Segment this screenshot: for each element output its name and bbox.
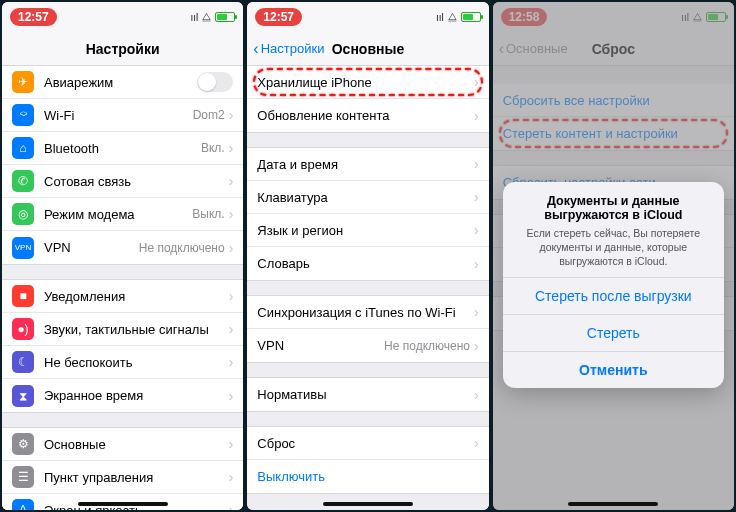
battery-icon bbox=[461, 12, 481, 22]
row-label: Bluetooth bbox=[44, 141, 201, 156]
list-row[interactable]: Сброс› bbox=[247, 427, 488, 460]
home-indicator[interactable] bbox=[568, 502, 658, 506]
toggle-switch[interactable] bbox=[197, 72, 233, 92]
row-value: Не подключено bbox=[139, 241, 225, 255]
list-row[interactable]: ⌂BluetoothВкл.› bbox=[2, 132, 243, 165]
group-connectivity: ✈︎Авиарежим⌔Wi-FiDom2›⌂BluetoothВкл.›✆Со… bbox=[2, 66, 243, 265]
row-icon: VPN bbox=[12, 237, 34, 259]
list-row[interactable]: ✆Сотовая связь› bbox=[2, 165, 243, 198]
back-button[interactable]: ‹ Настройки bbox=[253, 41, 324, 57]
row-label: Язык и регион bbox=[257, 223, 474, 238]
list-row[interactable]: VPNVPNНе подключено› bbox=[2, 231, 243, 264]
phone-general: 12:57 ııl ⧋ ‹ Настройки Основные Хранили… bbox=[247, 2, 488, 510]
list-row[interactable]: ⧗Экранное время› bbox=[2, 379, 243, 412]
list-row[interactable]: Язык и регион› bbox=[247, 214, 488, 247]
status-icons: ııl ⧋ bbox=[191, 11, 236, 23]
row-label: Хранилище iPhone bbox=[257, 75, 474, 90]
list-row[interactable]: ⚙Основные› bbox=[2, 428, 243, 461]
row-icon: ■ bbox=[12, 285, 34, 307]
sheet-title: Документы и данные выгружаются в iCloud bbox=[517, 194, 710, 222]
wifi-icon: ⧋ bbox=[448, 11, 457, 23]
list-row[interactable]: Хранилище iPhone› bbox=[247, 66, 488, 99]
row-label: Режим модема bbox=[44, 207, 192, 222]
chevron-right-icon: › bbox=[229, 140, 234, 156]
settings-list[interactable]: ✈︎Авиарежим⌔Wi-FiDom2›⌂BluetoothВкл.›✆Со… bbox=[2, 66, 243, 510]
chevron-right-icon: › bbox=[229, 107, 234, 123]
chevron-right-icon: › bbox=[229, 502, 234, 510]
row-icon: ◎ bbox=[12, 203, 34, 225]
row-value: Вкл. bbox=[201, 141, 225, 155]
cancel-button[interactable]: Отменить bbox=[503, 351, 724, 388]
phone-reset: 12:58 ııl ⧋ ‹ Основные Сброс Сбросить вс… bbox=[493, 2, 734, 510]
home-indicator[interactable] bbox=[78, 502, 168, 506]
group-general: ⚙Основные›☰Пункт управления›AЭкран и ярк… bbox=[2, 427, 243, 510]
navbar: Настройки bbox=[2, 32, 243, 66]
back-label: Настройки bbox=[261, 41, 325, 56]
list-row[interactable]: Нормативы› bbox=[247, 378, 488, 411]
row-icon: ☰ bbox=[12, 466, 34, 488]
chevron-right-icon: › bbox=[474, 189, 479, 205]
chevron-right-icon: › bbox=[229, 240, 234, 256]
row-label: Синхронизация с iTunes по Wi-Fi bbox=[257, 305, 474, 320]
battery-icon bbox=[215, 12, 235, 22]
home-indicator[interactable] bbox=[323, 502, 413, 506]
confirm-sheet: Документы и данные выгружаются в iCloud … bbox=[503, 182, 724, 388]
row-label: Экранное время bbox=[44, 388, 229, 403]
list-row[interactable]: ◎Режим модемаВыкл.› bbox=[2, 198, 243, 231]
list-row[interactable]: ✈︎Авиарежим bbox=[2, 66, 243, 99]
list-row[interactable]: Выключить bbox=[247, 460, 488, 493]
group-datetime: Дата и время›Клавиатура›Язык и регион›Сл… bbox=[247, 147, 488, 281]
row-label: Клавиатура bbox=[257, 190, 474, 205]
list-row[interactable]: ●)Звуки, тактильные сигналы› bbox=[2, 313, 243, 346]
list-row[interactable]: VPNНе подключено› bbox=[247, 329, 488, 362]
row-label: Сотовая связь bbox=[44, 174, 229, 189]
list-row[interactable]: ☰Пункт управления› bbox=[2, 461, 243, 494]
row-value: Не подключено bbox=[384, 339, 470, 353]
row-label: VPN bbox=[44, 240, 139, 255]
chevron-right-icon: › bbox=[229, 469, 234, 485]
list-row[interactable]: Синхронизация с iTunes по Wi-Fi› bbox=[247, 296, 488, 329]
row-icon: ⌂ bbox=[12, 137, 34, 159]
row-icon: ⧗ bbox=[12, 385, 34, 407]
row-label: Уведомления bbox=[44, 289, 229, 304]
chevron-left-icon: ‹ bbox=[253, 41, 258, 57]
row-label: Словарь bbox=[257, 256, 474, 271]
chevron-right-icon: › bbox=[474, 435, 479, 451]
chevron-right-icon: › bbox=[474, 74, 479, 90]
erase-after-upload-button[interactable]: Стереть после выгрузки bbox=[503, 277, 724, 314]
row-value: Dom2 bbox=[193, 108, 225, 122]
row-label: Авиарежим bbox=[44, 75, 197, 90]
row-icon: ⌔ bbox=[12, 104, 34, 126]
erase-button[interactable]: Стереть bbox=[503, 314, 724, 351]
list-row[interactable]: Дата и время› bbox=[247, 148, 488, 181]
list-row[interactable]: ⌔Wi-FiDom2› bbox=[2, 99, 243, 132]
chevron-right-icon: › bbox=[474, 156, 479, 172]
group-notifications: ■Уведомления›●)Звуки, тактильные сигналы… bbox=[2, 279, 243, 413]
status-time: 12:57 bbox=[10, 8, 57, 26]
list-row[interactable]: Клавиатура› bbox=[247, 181, 488, 214]
list-row[interactable]: Словарь› bbox=[247, 247, 488, 280]
general-list[interactable]: Хранилище iPhone›Обновление контента› Да… bbox=[247, 66, 488, 510]
signal-icon: ııl bbox=[436, 12, 444, 23]
row-icon: ⚙ bbox=[12, 433, 34, 455]
list-row[interactable]: ☾Не беспокоить› bbox=[2, 346, 243, 379]
sheet-message: Если стереть сейчас, Вы потеряете докуме… bbox=[517, 226, 710, 269]
row-label: Нормативы bbox=[257, 387, 474, 402]
group-sync: Синхронизация с iTunes по Wi-Fi›VPNНе по… bbox=[247, 295, 488, 363]
list-row[interactable]: Обновление контента› bbox=[247, 99, 488, 132]
row-label: VPN bbox=[257, 338, 384, 353]
group-regulatory: Нормативы› bbox=[247, 377, 488, 412]
chevron-right-icon: › bbox=[229, 388, 234, 404]
row-label: Основные bbox=[44, 437, 229, 452]
list-row[interactable]: ■Уведомления› bbox=[2, 280, 243, 313]
row-label: Пункт управления bbox=[44, 470, 229, 485]
chevron-right-icon: › bbox=[229, 321, 234, 337]
status-time: 12:57 bbox=[255, 8, 302, 26]
chevron-right-icon: › bbox=[229, 436, 234, 452]
row-icon: ✆ bbox=[12, 170, 34, 192]
status-icons: ııl ⧋ bbox=[436, 11, 481, 23]
row-label: Сброс bbox=[257, 436, 474, 451]
chevron-right-icon: › bbox=[474, 304, 479, 320]
page-title: Настройки bbox=[2, 41, 243, 57]
row-value: Выкл. bbox=[192, 207, 224, 221]
